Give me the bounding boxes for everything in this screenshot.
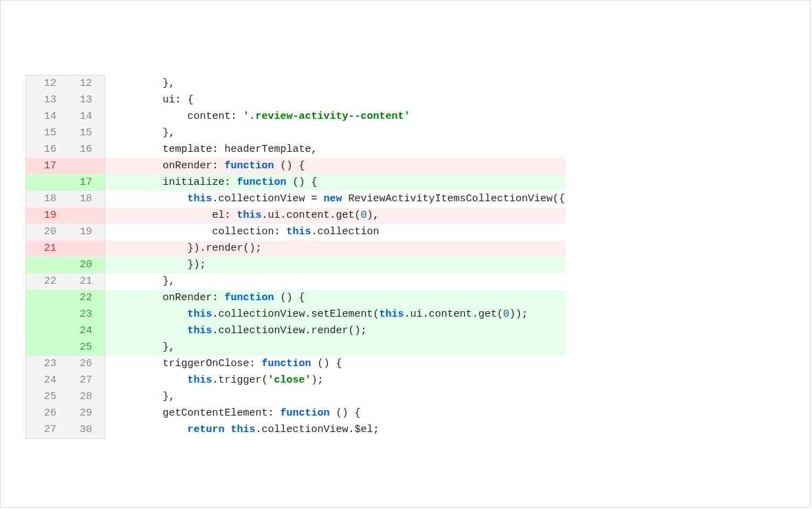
gutter-gap [98, 174, 105, 191]
code-content: return this.collectionView.$el; [105, 422, 565, 439]
gutter-gap [98, 405, 105, 422]
new-line-number: 21 [62, 273, 98, 290]
gutter-gap [98, 76, 105, 93]
gutter-gap [98, 389, 105, 405]
new-line-number: 19 [62, 224, 98, 240]
old-line-number: 23 [26, 356, 63, 372]
old-line-number: 21 [26, 240, 63, 257]
code-content: this.trigger('close'); [105, 372, 565, 389]
old-line-number [26, 323, 63, 339]
gutter-gap [98, 323, 105, 339]
gutter-gap [98, 339, 105, 356]
old-line-number: 25 [26, 389, 63, 405]
diff-line[interactable]: 1313 ui: { [26, 92, 566, 109]
gutter-gap [98, 92, 105, 109]
diff-line[interactable]: 2221 }, [26, 273, 566, 290]
new-line-number: 27 [62, 372, 98, 389]
diff-line[interactable]: 17 onRender: function () { [26, 158, 566, 174]
new-line-number: 29 [62, 405, 98, 422]
diff-line[interactable]: 1414 content: '.review-activity--content… [26, 109, 566, 125]
new-line-number: 20 [62, 257, 98, 273]
diff-line[interactable]: 2427 this.trigger('close'); [26, 372, 566, 389]
new-line-number: 15 [62, 125, 98, 142]
old-line-number: 15 [26, 125, 63, 142]
new-line-number: 17 [62, 174, 98, 191]
gutter-gap [98, 191, 105, 207]
diff-line[interactable]: 2730 return this.collectionView.$el; [26, 422, 566, 439]
new-line-number: 24 [62, 323, 98, 339]
new-line-number: 13 [62, 92, 98, 109]
code-content: triggerOnClose: function () { [105, 356, 565, 372]
gutter-gap [98, 240, 105, 257]
old-line-number: 13 [26, 92, 63, 109]
gutter-gap [98, 356, 105, 372]
old-line-number: 27 [26, 422, 63, 439]
new-line-number: 18 [62, 191, 98, 207]
diff-line[interactable]: 23 this.collectionView.setElement(this.u… [26, 306, 566, 323]
code-content: initialize: function () { [105, 174, 565, 191]
diff-line[interactable]: 25 }, [26, 339, 566, 356]
diff-line[interactable]: 21 }).render(); [26, 240, 566, 257]
code-content: onRender: function () { [105, 290, 565, 306]
diff-line[interactable]: 1212 }, [26, 76, 566, 93]
old-line-number [26, 290, 63, 306]
old-line-number: 12 [26, 76, 63, 93]
old-line-number: 14 [26, 109, 63, 125]
diff-line[interactable]: 1515 }, [26, 125, 566, 142]
new-line-number: 14 [62, 109, 98, 125]
diff-line[interactable]: 19 el: this.ui.content.get(0), [26, 207, 566, 224]
diff-line[interactable]: 1818 this.collectionView = new ReviewAct… [26, 191, 566, 207]
diff-line[interactable]: 20 }); [26, 257, 566, 273]
diff-line[interactable]: 22 onRender: function () { [26, 290, 566, 306]
new-line-number: 26 [62, 356, 98, 372]
code-content: ui: { [105, 92, 565, 109]
code-content: }, [105, 339, 565, 356]
new-line-number [62, 240, 98, 257]
diff-line[interactable]: 1616 template: headerTemplate, [26, 142, 566, 158]
old-line-number: 24 [26, 372, 63, 389]
gutter-gap [98, 257, 105, 273]
gutter-gap [98, 158, 105, 174]
diff-line[interactable]: 2326 triggerOnClose: function () { [26, 356, 566, 372]
old-line-number: 18 [26, 191, 63, 207]
diff-line[interactable]: 2528 }, [26, 389, 566, 405]
code-content: template: headerTemplate, [105, 142, 565, 158]
gutter-gap [98, 125, 105, 142]
gutter-gap [98, 142, 105, 158]
new-line-number: 30 [62, 422, 98, 439]
new-line-number: 23 [62, 306, 98, 323]
old-line-number [26, 257, 63, 273]
code-content: }, [105, 273, 565, 290]
new-line-number: 22 [62, 290, 98, 306]
code-content: }, [105, 389, 565, 405]
diff-table: 1212 },1313 ui: {1414 content: '.review-… [25, 75, 566, 439]
new-line-number: 28 [62, 389, 98, 405]
diff-container: 1212 },1313 ui: {1414 content: '.review-… [0, 0, 811, 508]
old-line-number: 19 [26, 207, 63, 224]
code-content: this.collectionView.setElement(this.ui.c… [105, 306, 565, 323]
new-line-number: 16 [62, 142, 98, 158]
old-line-number: 26 [26, 405, 63, 422]
diff-line[interactable]: 24 this.collectionView.render(); [26, 323, 566, 339]
gutter-gap [98, 306, 105, 323]
gutter-gap [98, 109, 105, 125]
code-content: this.collectionView = new ReviewActivity… [105, 191, 565, 207]
old-line-number: 17 [26, 158, 63, 174]
gutter-gap [98, 422, 105, 439]
old-line-number [26, 339, 63, 356]
old-line-number: 20 [26, 224, 63, 240]
new-line-number [62, 158, 98, 174]
diff-line[interactable]: 2629 getContentElement: function () { [26, 405, 566, 422]
code-content: }, [105, 125, 565, 142]
code-content: onRender: function () { [105, 158, 565, 174]
diff-line[interactable]: 2019 collection: this.collection [26, 224, 566, 240]
new-line-number [62, 207, 98, 224]
gutter-gap [98, 372, 105, 389]
gutter-gap [98, 273, 105, 290]
old-line-number: 22 [26, 273, 63, 290]
old-line-number [26, 174, 63, 191]
diff-line[interactable]: 17 initialize: function () { [26, 174, 566, 191]
new-line-number: 25 [62, 339, 98, 356]
code-content: content: '.review-activity--content' [105, 109, 565, 125]
code-content: }, [105, 76, 565, 93]
